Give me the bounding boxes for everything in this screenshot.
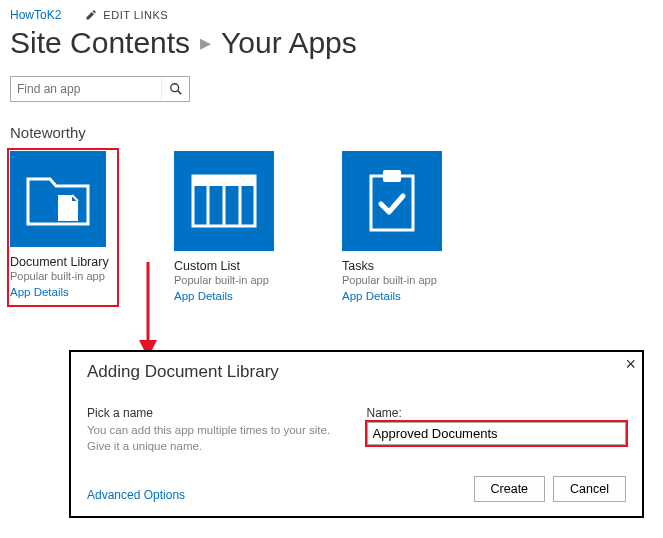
- svg-point-0: [170, 84, 178, 92]
- tile-tasks: Tasks Popular built-in app App Details: [342, 151, 452, 304]
- pick-name-description: You can add this app multiple times to y…: [87, 423, 347, 454]
- pencil-icon: [85, 9, 97, 21]
- app-details-link[interactable]: App Details: [10, 286, 69, 298]
- pick-name-label: Pick a name: [87, 406, 347, 420]
- edit-links-button[interactable]: EDIT LINKS: [85, 9, 168, 21]
- tile-title: Document Library: [10, 255, 116, 269]
- svg-line-1: [177, 91, 181, 95]
- app-details-link[interactable]: App Details: [342, 290, 401, 302]
- tile-tasks-icon-tile[interactable]: [342, 151, 442, 251]
- tile-subtitle: Popular built-in app: [10, 270, 116, 282]
- tiles-row: Document Library Popular built-in app Ap…: [10, 151, 653, 304]
- tile-custom-list-icon-tile[interactable]: [174, 151, 274, 251]
- tile-subtitle: Popular built-in app: [342, 274, 452, 286]
- folder-file-icon: [24, 169, 92, 229]
- tile-title: Custom List: [174, 259, 284, 273]
- search-icon: [169, 82, 183, 96]
- clipboard-check-icon: [365, 168, 419, 234]
- name-field-label: Name:: [367, 406, 627, 420]
- tile-subtitle: Popular built-in app: [174, 274, 284, 286]
- site-link[interactable]: HowToK2: [10, 8, 61, 22]
- search-input[interactable]: [11, 77, 161, 101]
- dialog-title: Adding Document Library: [87, 362, 626, 382]
- create-button[interactable]: Create: [474, 476, 546, 502]
- app-details-link[interactable]: App Details: [174, 290, 233, 302]
- page-title: Site Contents ▸ Your Apps: [10, 26, 653, 60]
- cancel-button[interactable]: Cancel: [553, 476, 626, 502]
- dialog-close-button[interactable]: ×: [625, 355, 636, 373]
- svg-rect-9: [383, 170, 401, 182]
- title-left: Site Contents: [10, 26, 190, 60]
- add-app-dialog: × Adding Document Library Pick a name Yo…: [69, 350, 644, 518]
- breadcrumb-separator-icon: ▸: [200, 30, 211, 56]
- tile-document-library: Document Library Popular built-in app Ap…: [8, 149, 118, 306]
- tile-title: Tasks: [342, 259, 452, 273]
- name-input[interactable]: [367, 422, 627, 445]
- svg-rect-4: [193, 176, 255, 186]
- tile-document-library-icon-tile[interactable]: [10, 151, 106, 247]
- svg-rect-8: [371, 176, 413, 230]
- top-links-bar: HowToK2 EDIT LINKS: [10, 8, 653, 22]
- tile-custom-list: Custom List Popular built-in app App Det…: [174, 151, 284, 304]
- edit-links-label: EDIT LINKS: [103, 9, 168, 21]
- search-box: [10, 76, 190, 102]
- list-grid-icon: [191, 174, 257, 228]
- section-noteworthy-label: Noteworthy: [10, 124, 653, 141]
- advanced-options-link[interactable]: Advanced Options: [87, 488, 185, 502]
- title-right: Your Apps: [221, 26, 357, 60]
- search-button[interactable]: [161, 77, 189, 101]
